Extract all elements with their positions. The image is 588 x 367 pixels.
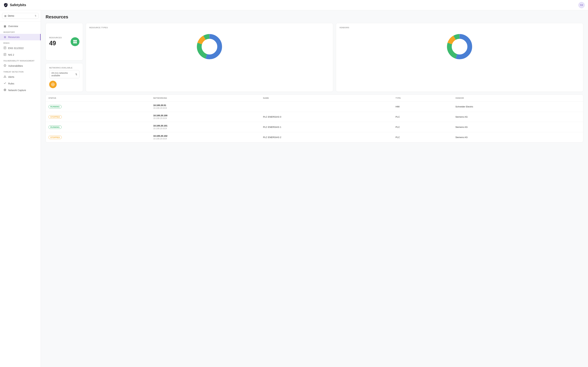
resources-icon-circle (71, 37, 80, 46)
subnet: 10.100.20.0/24 (153, 107, 258, 109)
vendor-cell: Schneider Electric (453, 102, 583, 112)
sidebar-section-threat: THREAT DETECTION (0, 69, 41, 74)
sidebar-item-network-capture[interactable]: Network Capture (0, 87, 41, 93)
subnet: 10.100.20.0/24 (153, 117, 258, 119)
type-cell: HMI (393, 102, 453, 112)
svg-rect-16 (73, 40, 75, 42)
logo: Safetybits (3, 3, 26, 8)
resource-types-chart-card: RESOURCE TYPES (86, 23, 333, 92)
sidebar-item-ens[interactable]: ENS 311/2022 (0, 45, 41, 51)
sidebar-item-label: Resources (8, 36, 20, 38)
vendor-cell: Siemens AG (453, 122, 583, 132)
network-capture-icon (3, 89, 7, 92)
networking-cell: 10.100.20.100 10.100.20.0/24 (151, 112, 260, 122)
networks-chevron: ⇅ (75, 73, 77, 75)
table-row[interactable]: STOPPED 10.100.20.100 10.100.20.0/24 PLC… (46, 112, 583, 122)
svg-rect-18 (73, 42, 75, 43)
resources-icon: ⊞ (3, 36, 7, 39)
table-body: RUNNING 10.100.20.51 10.100.20.0/24 HMI … (46, 102, 583, 142)
status-badge: RUNNING (49, 105, 62, 108)
top-section: RESOURCES 49 NETWORKS AVAILABLE All (11)… (46, 23, 583, 92)
sidebar-item-vulnerabilities[interactable]: Vulnerabilities (0, 62, 41, 69)
sidebar-item-label: NIS 2 (8, 53, 14, 56)
main-content: Resources RESOURCES 49 NETWORKS AVAIL (41, 10, 588, 367)
workspace-selector[interactable]: ▦ Demo ⇅ (2, 13, 39, 19)
sidebar-section-vulnerability: VULNERABILITY MANAGEMENT (0, 58, 41, 62)
ip-address: 10.100.20.101 (153, 125, 258, 127)
networks-label: NETWORKS AVAILABLE (49, 67, 80, 69)
networks-select[interactable]: All (11) networks available ⇅ (49, 70, 80, 78)
table-row[interactable]: RUNNING 10.100.20.51 10.100.20.0/24 HMI … (46, 102, 583, 112)
sidebar-item-label: Network Capture (8, 89, 26, 92)
col-name: NAME (260, 95, 393, 102)
col-vendor: VENDOR (453, 95, 583, 102)
right-charts: RESOURCE TYPES VENDORS (86, 23, 583, 92)
status-cell: RUNNING (46, 122, 151, 132)
name-cell: PLC ENERGIAS 2 (260, 132, 393, 142)
vendors-donut (444, 31, 475, 62)
network-icon-circle (49, 81, 57, 88)
vendor-cell: Siemens AG (453, 112, 583, 122)
sidebar-item-alerts[interactable]: Alerts (0, 74, 41, 80)
sidebar-item-label: Alerts (8, 75, 14, 78)
subnet: 10.100.20.0/24 (153, 138, 258, 140)
status-badge: STOPPED (49, 115, 62, 119)
sidebar-item-rules[interactable]: Rules (0, 80, 41, 87)
resource-types-label: RESOURCE TYPES (89, 26, 108, 29)
col-status: STATUS (46, 95, 151, 102)
nis2-icon (3, 53, 7, 56)
col-networking: NETWORKING (151, 95, 260, 102)
workspace-icon: ▦ (4, 15, 7, 17)
left-cards: RESOURCES 49 NETWORKS AVAILABLE All (11)… (46, 23, 83, 92)
app-layout: ▦ Demo ⇅ ▦ Overview INVENTORY ⊞ Resource… (0, 10, 588, 367)
name-cell (260, 102, 393, 112)
table-row[interactable]: RUNNING 10.100.20.101 10.100.20.0/24 PLC… (46, 122, 583, 132)
type-cell: PLC (393, 122, 453, 132)
workspace-name: Demo (8, 15, 14, 17)
resources-count-card: RESOURCES 49 (46, 23, 83, 60)
sidebar-item-resources[interactable]: ⊞ Resources (0, 34, 41, 40)
svg-point-23 (53, 84, 53, 85)
sidebar: ▦ Demo ⇅ ▦ Overview INVENTORY ⊞ Resource… (0, 10, 41, 367)
sidebar-section-inventory: INVENTORY (0, 29, 41, 34)
svg-point-33 (452, 39, 467, 54)
ip-address: 10.100.20.51 (153, 104, 258, 107)
header: Safetybits VJ (0, 0, 588, 10)
sidebar-item-overview[interactable]: ▦ Overview (0, 23, 41, 29)
status-cell: RUNNING (46, 102, 151, 112)
overview-icon: ▦ (3, 25, 7, 28)
resources-label: RESOURCES (49, 37, 62, 39)
rules-icon (3, 82, 7, 85)
svg-rect-19 (75, 42, 77, 43)
status-badge: STOPPED (49, 136, 62, 139)
sidebar-item-nis2[interactable]: NIS 2 (0, 51, 41, 58)
svg-point-28 (202, 39, 217, 54)
status-cell: STOPPED (46, 112, 151, 122)
networks-select-value: All (11) networks available (51, 72, 75, 77)
vendors-chart-card: VENDORS (336, 23, 583, 92)
svg-point-10 (5, 66, 5, 67)
shield-icon (3, 3, 8, 8)
name-cell: PLC ENERGIAS 0 (260, 112, 393, 122)
networking-cell: 10.100.20.101 10.100.20.0/24 (151, 122, 260, 132)
resource-types-donut (194, 31, 225, 62)
type-cell: PLC (393, 132, 453, 142)
user-avatar[interactable]: VJ (579, 2, 585, 8)
sidebar-item-label: Overview (8, 25, 18, 28)
sidebar-item-label: ENS 311/2022 (8, 47, 24, 50)
status-cell: STOPPED (46, 132, 151, 142)
subnet: 10.100.20.0/24 (153, 127, 258, 130)
ip-address: 10.100.20.102 (153, 135, 258, 137)
type-cell: PLC (393, 112, 453, 122)
status-badge: RUNNING (49, 125, 62, 129)
vuln-icon (3, 64, 7, 67)
sidebar-divider (0, 21, 41, 22)
vendor-cell: Siemens AG (453, 132, 583, 142)
chevron-icon: ⇅ (35, 15, 36, 17)
table-row[interactable]: STOPPED 10.100.20.102 10.100.20.0/24 PLC… (46, 132, 583, 142)
ip-address: 10.100.20.100 (153, 114, 258, 117)
table-header: STATUS NETWORKING NAME TYPE VENDOR (46, 95, 583, 102)
sidebar-section-risks: RISKS (0, 40, 41, 45)
alerts-icon (3, 75, 7, 78)
col-type: TYPE (393, 95, 453, 102)
